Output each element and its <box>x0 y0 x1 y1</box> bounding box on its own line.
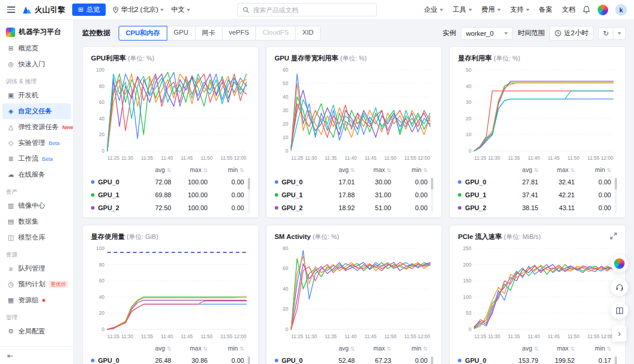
legend-scrollbar[interactable] <box>431 356 433 364</box>
series-name[interactable]: GPU_1 <box>465 191 486 198</box>
legend-sort-min[interactable]: min ⇅ <box>208 166 244 173</box>
refresh-options-button[interactable] <box>613 27 626 40</box>
sidebar-item[interactable]: ▥镜像中心 <box>2 198 71 214</box>
series-min-value: 0.00 <box>575 191 611 198</box>
svg-text:11:55: 11:55 <box>404 333 416 339</box>
svg-text:11:30: 11:30 <box>121 155 133 161</box>
series-max-value: 30.00 <box>355 178 391 186</box>
collapse-sidebar-icon[interactable]: ⇤ <box>7 352 13 360</box>
support-button[interactable] <box>611 278 628 296</box>
top-link[interactable]: 费用 <box>481 5 501 14</box>
top-link[interactable]: 企业 <box>424 5 443 14</box>
sidebar-item[interactable]: ☁在线服务 <box>2 167 71 183</box>
series-name[interactable]: GPU_1 <box>98 191 119 198</box>
refresh-button[interactable]: ↻ <box>598 27 613 40</box>
chevron-down-icon <box>187 9 190 11</box>
region-selector[interactable]: 华北2 (北京) <box>113 5 164 14</box>
tab-vePFS[interactable]: vePFS <box>222 26 257 41</box>
legend-sort-min[interactable]: min ⇅ <box>575 166 611 173</box>
series-max-value: 199.52 <box>538 357 575 364</box>
legend-sort-min[interactable]: min ⇅ <box>391 345 427 352</box>
legend-sort-avg[interactable]: avg ⇅ <box>135 166 171 173</box>
sidebar-item[interactable]: △弹性资源任务New <box>2 119 71 135</box>
sidebar-item[interactable]: ◫模型仓库 <box>2 230 71 245</box>
chart-plot: 02040608010011:2511:3011:3511:4011:4511:… <box>91 244 250 341</box>
sidebar-item[interactable]: ◇实验管理Beta <box>2 135 71 151</box>
legend-scrollbar[interactable] <box>248 356 250 364</box>
sidebar-item[interactable]: ◷预约计划更优价 <box>2 277 71 292</box>
top-link[interactable]: 工具 <box>453 5 472 14</box>
sidebar-item[interactable]: ▤数据集 <box>2 214 71 230</box>
legend-sort-avg[interactable]: avg ⇅ <box>502 345 538 352</box>
search-box[interactable] <box>237 3 377 16</box>
sidebar-item[interactable]: ≣工作流Beta <box>2 151 71 167</box>
sidebar-item[interactable]: ⊞概览页 <box>2 41 71 56</box>
sidebar-item[interactable]: ▣开发机 <box>2 87 71 103</box>
hamburger-menu-icon[interactable] <box>7 6 15 13</box>
expand-icon[interactable] <box>610 232 617 240</box>
overview-button[interactable]: ⊞ 总览 <box>72 4 106 16</box>
chart-title: 显存使用量 (单位: GiB) <box>91 232 158 241</box>
series-name[interactable]: GPU_2 <box>465 204 486 211</box>
tab-CloudFS[interactable]: CloudFS <box>255 26 296 41</box>
legend-sort-max[interactable]: max ⇅ <box>355 345 391 352</box>
legend-sort-max[interactable]: max ⇅ <box>355 166 391 173</box>
series-max-value: 42.21 <box>538 191 575 198</box>
series-name[interactable]: GPU_0 <box>282 178 303 186</box>
brand[interactable]: 火山引擎 <box>22 5 65 15</box>
legend-scrollbar[interactable] <box>248 178 250 213</box>
series-name[interactable]: GPU_1 <box>282 191 303 198</box>
top-link[interactable]: 文档 <box>562 5 575 14</box>
benefits-orb-icon[interactable] <box>598 5 608 15</box>
legend-sort-max[interactable]: max ⇅ <box>538 166 575 173</box>
sidebar-item[interactable]: ▦资源组 <box>2 292 71 308</box>
instance-select[interactable]: worker_0 <box>461 27 513 40</box>
legend-sort-min[interactable]: min ⇅ <box>391 166 427 173</box>
series-name[interactable]: GPU_0 <box>465 178 486 186</box>
legend-sort-avg[interactable]: avg ⇅ <box>318 345 355 352</box>
sidebar-item[interactable]: ◎快速入门 <box>2 56 71 72</box>
series-name[interactable]: GPU_0 <box>282 357 303 364</box>
sidebar-item[interactable]: ≡队列管理 <box>2 261 71 277</box>
docs-button[interactable] <box>611 302 628 319</box>
legend-scrollbar[interactable] <box>615 178 617 213</box>
search-input[interactable] <box>253 6 372 14</box>
tab-CPU和内存[interactable]: CPU和内存 <box>119 26 167 41</box>
tab-GPU[interactable]: GPU <box>167 26 195 41</box>
legend-sort-avg[interactable]: avg ⇅ <box>135 345 171 352</box>
bell-icon[interactable] <box>582 5 591 14</box>
series-name[interactable]: GPU_0 <box>98 357 119 364</box>
chart-plot: 02040608010011:2511:3011:3511:4011:4511:… <box>91 65 250 163</box>
legend-scrollbar[interactable] <box>615 356 617 364</box>
series-name[interactable]: GPU_0 <box>98 178 119 186</box>
assistant-button[interactable] <box>611 255 628 272</box>
devmachine-icon: ▣ <box>7 92 15 99</box>
chart-legend: avg ⇅max ⇅min ⇅GPU_052.4867.230.00GPU_15… <box>275 342 434 364</box>
user-avatar[interactable]: k <box>615 4 627 16</box>
top-link[interactable]: 支持 <box>510 5 530 14</box>
sidebar-item[interactable]: ◈自定义任务 <box>2 103 71 119</box>
time-range-select[interactable]: 近2小时 <box>549 26 593 41</box>
chevron-down-icon <box>504 32 508 35</box>
language-selector[interactable]: 中文 <box>171 5 190 14</box>
sidebar-item[interactable]: ⚙全局配置 <box>2 323 71 339</box>
series-name[interactable]: GPU_0 <box>465 357 486 364</box>
overview-label: 总览 <box>86 5 100 14</box>
legend-sort-max[interactable]: max ⇅ <box>171 166 208 173</box>
legend-sort-min[interactable]: min ⇅ <box>208 345 244 352</box>
legend-sort-max[interactable]: max ⇅ <box>538 345 575 352</box>
legend-sort-max[interactable]: max ⇅ <box>171 345 208 352</box>
legend-sort-avg[interactable]: avg ⇅ <box>502 166 538 173</box>
legend-scrollbar[interactable] <box>431 178 433 213</box>
sort-caret-icon: ⇅ <box>423 346 428 352</box>
tab-网卡[interactable]: 网卡 <box>195 26 222 41</box>
series-name[interactable]: GPU_2 <box>282 204 303 211</box>
series-name[interactable]: GPU_2 <box>98 204 119 211</box>
legend-sort-min[interactable]: min ⇅ <box>575 345 611 352</box>
rail-expand-button[interactable]: › <box>612 325 626 342</box>
chart-plot: 02040608011:2511:3011:3511:4011:4511:501… <box>275 244 434 341</box>
legend-sort-avg[interactable]: avg ⇅ <box>318 166 355 173</box>
tab-XID[interactable]: XID <box>295 26 321 41</box>
queue-icon: ≡ <box>7 265 15 272</box>
top-link[interactable]: 备案 <box>539 5 552 14</box>
